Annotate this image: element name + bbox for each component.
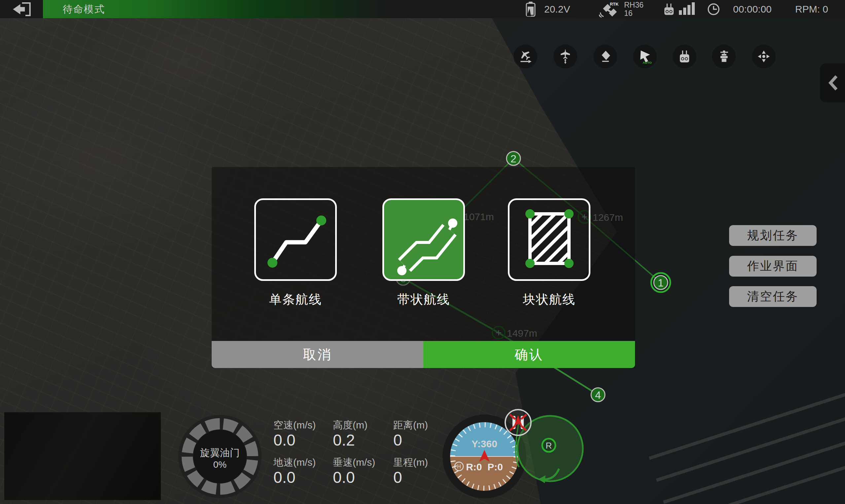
plane-horizontal-icon [517, 49, 533, 65]
rpm-readout: RPM: 0 [795, 0, 828, 18]
distance-label: 距离(m) [393, 418, 428, 432]
waypoint-4-marker[interactable]: 4 [591, 388, 605, 402]
auto-label: AUTO [642, 61, 652, 65]
strip-route-label: 带状航线 [382, 291, 465, 308]
throttle-value: 0% [177, 460, 263, 470]
roll-pitch-readout: R:0 P:0 [466, 462, 503, 472]
cancel-button[interactable]: 取消 [212, 341, 423, 368]
clock-icon [707, 3, 720, 16]
rtk-badge: RTK [610, 2, 619, 6]
home-point-letter: H [457, 464, 461, 469]
airspeed-value: 0.0 [274, 431, 296, 449]
single-route-icon [256, 200, 335, 279]
back-button[interactable] [0, 0, 43, 18]
route-type-dialog: 单条航线 带状航线 块状航线 取消 确认 [212, 167, 635, 368]
battery-icon [526, 2, 535, 17]
pan-map-button[interactable] [752, 44, 776, 68]
base-station-button[interactable] [712, 44, 736, 68]
option-single-route[interactable] [254, 198, 337, 281]
groundspeed-label: 地速(m/s) [274, 456, 316, 469]
cancel-label: 取消 [303, 347, 332, 362]
camera-feed-panel[interactable] [4, 412, 161, 500]
route-plane-horizontal-button[interactable] [513, 44, 537, 68]
rtk-station-id: RH36 [624, 1, 644, 9]
waypoint-number: 1 [658, 277, 664, 289]
throttle-label: 旋翼油门 [177, 446, 263, 460]
flight-mode-banner: 待命模式 [43, 0, 393, 18]
option-strip-route[interactable] [382, 198, 465, 281]
signal-strength-icon [679, 0, 696, 18]
clear-mission-button[interactable]: 清空任务 [729, 286, 816, 307]
single-route-label: 单条航线 [254, 291, 337, 308]
waypoint-1-marker-selected[interactable]: 1 [651, 273, 670, 292]
plane-vertical-icon [558, 49, 573, 65]
remote-controller-icon [662, 2, 676, 16]
clear-mission-label: 清空任务 [747, 288, 799, 305]
option-block-route[interactable] [508, 198, 591, 281]
confirm-label: 确认 [515, 347, 544, 362]
distance-value: 0 [393, 431, 402, 449]
remote-controller-button[interactable] [673, 44, 697, 68]
yaw-readout: Y:360 [472, 438, 497, 449]
waypoint-number: 2 [511, 153, 516, 165]
flight-mode-label: 待命模式 [63, 0, 105, 18]
strip-route-icon [384, 200, 463, 279]
work-interface-button[interactable]: 作业界面 [729, 256, 816, 276]
work-interface-label: 作业界面 [747, 258, 799, 274]
waypoint-2-marker[interactable]: 2 [507, 151, 521, 165]
vertspeed-value: 0.0 [333, 468, 355, 486]
app-window: 旋翼油门 0% 空速(m/s) 0.0 高度(m) 0.2 距离(m) 0 地速… [0, 0, 845, 504]
mileage-label: 里程(m) [393, 456, 428, 469]
auto-cursor-icon: AUTO [637, 48, 653, 65]
route-plane-vertical-button[interactable] [553, 44, 577, 68]
groundspeed-value: 0.0 [274, 468, 296, 486]
altitude-label: 高度(m) [333, 418, 368, 432]
rtk-status-text: RH36 16 [624, 1, 644, 18]
chevron-left-icon [827, 74, 839, 91]
eraser-icon [597, 49, 613, 65]
flight-timer: 00:00:00 [733, 0, 772, 18]
collapse-panel-tab[interactable] [820, 64, 845, 102]
battery-voltage: 20.2V [544, 0, 570, 18]
plan-mission-button[interactable]: 规划任务 [729, 225, 816, 246]
base-station-icon [716, 49, 732, 64]
vertspeed-label: 垂速(m/s) [333, 456, 375, 469]
rtk-satellite-icon: RTK [599, 1, 620, 18]
airspeed-label: 空速(m/s) [274, 418, 316, 432]
eraser-button[interactable] [593, 44, 617, 68]
auto-navigate-button[interactable]: AUTO [633, 44, 657, 68]
waypoint-number: 4 [595, 389, 601, 401]
status-bar: 待命模式 20.2V RTK RH36 16 [0, 0, 845, 18]
drone-position-marker[interactable] [505, 410, 531, 435]
confirm-button[interactable]: 确认 [423, 341, 635, 368]
block-route-icon [510, 200, 589, 279]
dpad-icon [756, 49, 771, 64]
satellite-count: 16 [624, 9, 644, 18]
plan-mission-label: 规划任务 [747, 228, 799, 244]
altitude-value: 0.2 [333, 431, 355, 449]
exit-icon [11, 1, 32, 17]
mileage-value: 0 [393, 468, 402, 486]
block-route-label: 块状航线 [508, 291, 591, 308]
remote-controller-icon [677, 49, 692, 64]
